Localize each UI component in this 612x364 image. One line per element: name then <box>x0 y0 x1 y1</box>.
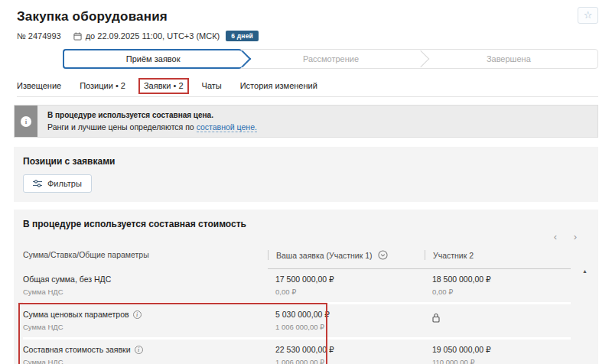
tab-bids-label: Заявки • 2 <box>144 81 184 90</box>
tab-bar: Извещение Позиции • 2 Заявки • 2 Чаты Ис… <box>17 81 598 97</box>
value: 17 500 000,00 ₽ <box>275 275 425 284</box>
status-stepper: Приём заявок Рассмотрение Завершена <box>63 49 598 69</box>
value-sub: 110 000,00 ₽ <box>432 358 571 364</box>
col-your-bid-label: Ваша заявка (Участник 1) <box>276 251 373 260</box>
info-tooltip-icon[interactable]: i <box>135 346 143 354</box>
row-label-cell: Общая сумма, без НДС Сумма НДС <box>23 275 268 296</box>
filters-button[interactable]: Фильтры <box>23 174 92 193</box>
your-bid-cell: 22 530 000,00 ₽ 1 006 000,00 ₽ <box>268 345 425 364</box>
row-label-text: Сумма ценовых параметров <box>23 310 129 319</box>
value-sub: 1 006 000,00 ₽ <box>275 323 425 331</box>
value: 5 030 000,00 ₽ <box>275 310 425 319</box>
row-label-cell: Составная стоимость заявкиi Сумма НДС <box>23 345 268 364</box>
pager-prev-icon[interactable]: ‹ <box>554 231 557 242</box>
value: 19 050 000,00 ₽ <box>432 345 571 354</box>
favorite-button[interactable]: ☆ <box>578 7 598 24</box>
tab-notice[interactable]: Извещение <box>17 81 61 90</box>
filter-sliders-icon <box>33 180 42 187</box>
procedure-number: № 2474993 <box>17 31 61 41</box>
col-participant2: Участник 2 <box>425 250 571 260</box>
highlighted-rows: Сумма ценовых параметровi Сумма НДС 5 03… <box>23 304 571 364</box>
value: 22 530 000,00 ₽ <box>275 345 425 354</box>
table-header: Сумма/Ставка/Общие параметры Ваша заявка… <box>23 244 571 268</box>
info-tooltip-icon[interactable]: i <box>133 310 142 319</box>
table-row: Составная стоимость заявкиi Сумма НДС 22… <box>23 340 571 364</box>
participant2-cell <box>425 310 571 331</box>
info-banner: i В процедуре используется составная цен… <box>14 105 598 138</box>
composite-cost-panel: В процедуре используется составная стоим… <box>14 210 598 364</box>
expand-column-icon[interactable] <box>378 250 388 260</box>
row-sublabel: Сумма НДС <box>23 288 268 296</box>
step-label: Приём заявок <box>126 54 181 63</box>
tab-positions[interactable]: Позиции • 2 <box>80 81 125 90</box>
row-sublabel: Сумма НДС <box>23 323 268 331</box>
value: 18 500 000,00 ₽ <box>432 275 571 284</box>
participant2-cell: 19 050 000,00 ₽ 110 000,00 ₽ <box>425 345 571 364</box>
banner-line2: Ранги и лучшие цены определяются по сост… <box>47 122 588 132</box>
positions-panel: Позиции с заявками Фильтры <box>14 147 598 202</box>
row-label: Составная стоимость заявкиi <box>23 345 268 354</box>
table-title: В процедуре используется составная стоим… <box>23 219 589 229</box>
step-label: Завершена <box>487 54 531 63</box>
star-icon: ☆ <box>584 9 593 21</box>
your-bid-cell: 5 030 000,00 ₽ 1 006 000,00 ₽ <box>268 310 425 331</box>
value-sub: 0,00 ₽ <box>432 288 571 296</box>
table-row: Общая сумма, без НДС Сумма НДС 17 500 00… <box>23 269 571 304</box>
procurement-page: Закупка оборудования ☆ № 2474993 до 22.0… <box>0 0 612 364</box>
col-participant2-label: Участник 2 <box>433 251 474 260</box>
deadline-text: до 22.09.2025 11:00, UTC+3 (МСК) <box>86 31 220 41</box>
value-sub: 1 006 000,00 ₽ <box>275 358 425 364</box>
participant2-cell: 18 500 000,00 ₽ 0,00 ₽ <box>425 275 571 296</box>
procedure-meta: № 2474993 до 22.09.2025 11:00, UTC+3 (МС… <box>17 31 598 41</box>
step-label: Рассмотрение <box>303 54 359 63</box>
value-sub: 0,00 ₽ <box>275 288 425 296</box>
row-label-text: Составная стоимость заявки <box>23 345 131 354</box>
composite-price-link[interactable]: составной цене. <box>197 122 257 132</box>
scroll-up-icon[interactable]: ▲ <box>582 268 588 274</box>
row-sublabel: Сумма НДС <box>23 358 268 364</box>
banner-line2-text: Ранги и лучшие цены определяются по <box>47 122 197 132</box>
info-banner-icon-block: i <box>15 106 37 137</box>
step-completed: Завершена <box>420 50 597 68</box>
comparison-table: Сумма/Ставка/Общие параметры Ваша заявка… <box>23 244 589 364</box>
filters-label: Фильтры <box>47 179 82 188</box>
row-label-cell: Сумма ценовых параметровi Сумма НДС <box>23 310 268 331</box>
row-label: Сумма ценовых параметровi <box>23 310 268 319</box>
lock-icon <box>432 313 440 323</box>
row-label: Общая сумма, без НДС <box>23 275 268 284</box>
col-your-bid: Ваша заявка (Участник 1) <box>268 250 425 260</box>
tab-bids[interactable]: Заявки • 2 <box>144 81 184 90</box>
col-parameters: Сумма/Ставка/Общие параметры <box>23 250 268 260</box>
step-review: Рассмотрение <box>242 50 419 68</box>
page-title: Закупка оборудования <box>17 0 598 24</box>
info-banner-body: В процедуре используется составная цена.… <box>37 106 597 137</box>
step-accepting-bids: Приём заявок <box>63 49 242 69</box>
info-icon: i <box>21 116 31 127</box>
your-bid-cell: 17 500 000,00 ₽ 0,00 ₽ <box>268 275 425 296</box>
days-left-badge: 6 дней <box>226 31 259 41</box>
tab-chats[interactable]: Чаты <box>202 81 222 90</box>
tab-history[interactable]: История изменений <box>240 81 317 90</box>
calendar-icon <box>73 32 82 41</box>
pager-next-icon[interactable]: › <box>574 231 577 242</box>
column-pager: ‹ › <box>23 231 577 242</box>
table-row: Сумма ценовых параметровi Сумма НДС 5 03… <box>23 304 571 340</box>
banner-line1: В процедуре используется составная цена. <box>47 111 588 119</box>
positions-title: Позиции с заявками <box>23 156 589 167</box>
